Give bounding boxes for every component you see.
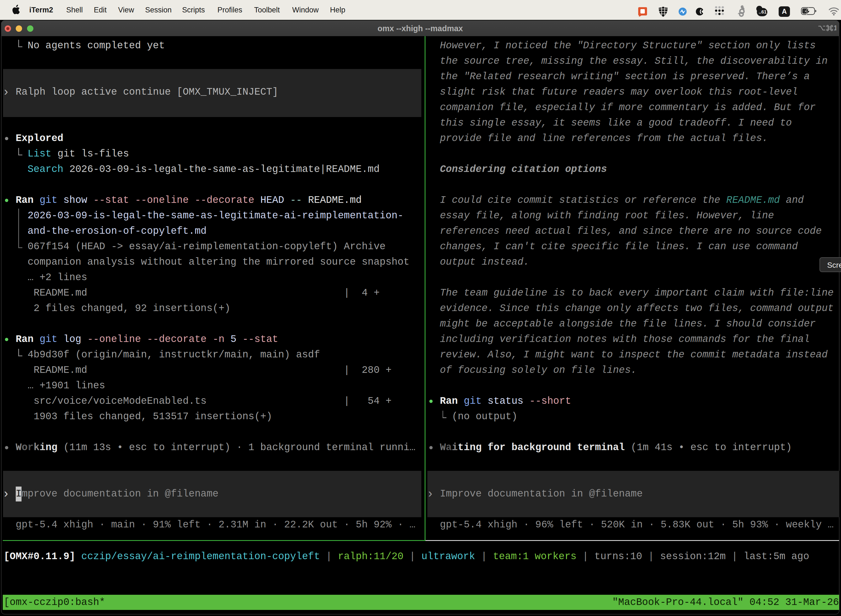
- svg-text:1: 1: [834, 24, 836, 32]
